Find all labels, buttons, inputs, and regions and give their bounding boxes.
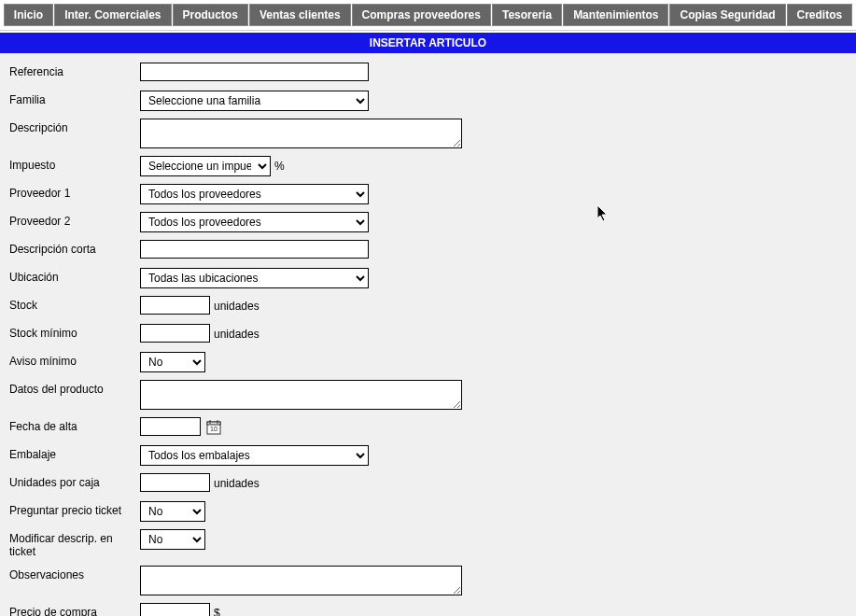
page-title: INSERTAR ARTICULO (0, 33, 856, 53)
embalaje-label: Embalaje (9, 445, 140, 461)
aviso-minimo-label: Aviso mínimo (9, 352, 140, 368)
datos-producto-textarea[interactable] (140, 380, 462, 410)
nav-mantenimientos[interactable]: Mantenimientos (563, 4, 668, 26)
proveedor1-select[interactable]: Todos los proveedores (140, 184, 369, 204)
nav-inicio[interactable]: Inicio (4, 4, 53, 26)
fecha-alta-label: Fecha de alta (9, 417, 140, 433)
referencia-label: Referencia (9, 63, 140, 78)
calendar-icon[interactable]: 10 (206, 420, 221, 435)
nav-copias-seguridad[interactable]: Copias Seguridad (669, 4, 785, 26)
fecha-alta-input[interactable] (140, 417, 201, 436)
datos-producto-label: Datos del producto (9, 380, 140, 396)
aviso-minimo-select[interactable]: No (140, 352, 205, 372)
observaciones-label: Observaciones (9, 566, 140, 581)
descripcion-textarea[interactable] (140, 119, 462, 148)
stock-label: Stock (9, 296, 140, 312)
proveedor2-select[interactable]: Todos los proveedores (140, 212, 369, 232)
proveedor1-label: Proveedor 1 (9, 184, 140, 200)
modificar-descrip-select[interactable]: No (140, 529, 205, 550)
familia-select[interactable]: Seleccione una familia (140, 91, 369, 111)
stock-units-label: unidades (214, 300, 260, 313)
top-navigation: Inicio Inter. Comerciales Productos Vent… (0, 0, 856, 31)
ubicacion-select[interactable]: Todas las ubicaciones (140, 268, 369, 288)
descripcion-label: Descripción (9, 119, 140, 134)
nav-compras-proveedores[interactable]: Compras proveedores (352, 4, 491, 26)
preguntar-precio-label: Preguntar precio ticket (9, 501, 140, 517)
impuesto-label: Impuesto (9, 156, 140, 172)
nav-creditos[interactable]: Creditos (787, 4, 853, 26)
percent-label: % (274, 160, 285, 173)
stock-input[interactable] (140, 296, 210, 315)
stock-minimo-units-label: unidades (214, 328, 260, 341)
familia-label: Familia (9, 91, 140, 106)
descripcion-corta-label: Descripción corta (9, 240, 140, 256)
form-container: Referencia Familia Seleccione una famili… (0, 53, 856, 616)
nav-inter-comerciales[interactable]: Inter. Comerciales (54, 4, 171, 26)
proveedor2-label: Proveedor 2 (9, 212, 140, 228)
nav-tesoreria[interactable]: Tesoreria (492, 4, 562, 26)
impuesto-select[interactable]: Seleccione un impuesto (140, 156, 271, 176)
observaciones-textarea[interactable] (140, 566, 462, 595)
stock-minimo-input[interactable] (140, 324, 210, 343)
nav-ventas-clientes[interactable]: Ventas clientes (249, 4, 351, 26)
precio-compra-currency: $ (214, 607, 220, 616)
nav-productos[interactable]: Productos (173, 4, 248, 26)
stock-minimo-label: Stock mínimo (9, 324, 140, 340)
modificar-descrip-label: Modificar descrip. en ticket (9, 529, 140, 558)
embalaje-select[interactable]: Todos los embalajes (140, 445, 369, 466)
unidades-caja-units-label: unidades (214, 477, 260, 490)
precio-compra-label: Precio de compra (9, 603, 140, 616)
precio-compra-input[interactable] (140, 603, 210, 616)
preguntar-precio-select[interactable]: No (140, 501, 205, 522)
svg-text:10: 10 (210, 426, 218, 432)
unidades-caja-label: Unidades por caja (9, 473, 140, 489)
unidades-caja-input[interactable] (140, 473, 210, 492)
descripcion-corta-input[interactable] (140, 240, 369, 259)
referencia-input[interactable] (140, 63, 369, 81)
svg-rect-1 (207, 422, 220, 425)
ubicacion-label: Ubicación (9, 268, 140, 284)
